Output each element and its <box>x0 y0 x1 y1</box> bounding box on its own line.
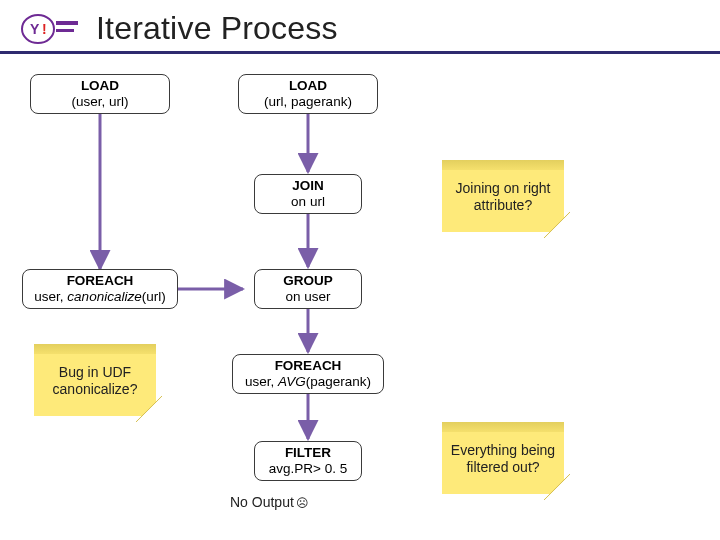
sticky-filtered-out: Everything being filtered out? <box>442 424 564 494</box>
node-sub: user, AVG(pagerank) <box>245 374 371 390</box>
page-title: Iterative Process <box>96 10 338 47</box>
node-sub: avg.PR> 0. 5 <box>269 461 347 477</box>
svg-text:!: ! <box>42 21 47 37</box>
node-foreach-canonicalize: FOREACH user, canonicalize(url) <box>22 269 178 309</box>
node-load-user-url: LOAD (user, url) <box>30 74 170 114</box>
node-title: FILTER <box>285 445 331 461</box>
node-title: LOAD <box>81 78 119 94</box>
node-sub: on user <box>285 289 330 305</box>
sticky-udf-bug: Bug in UDF canonicalize? <box>34 346 156 416</box>
node-filter: FILTER avg.PR> 0. 5 <box>254 441 362 481</box>
node-sub: (user, url) <box>71 94 128 110</box>
node-load-url-pagerank: LOAD (url, pagerank) <box>238 74 378 114</box>
diagram-canvas: LOAD (user, url) LOAD (url, pagerank) JO… <box>0 54 720 524</box>
svg-text:Y: Y <box>30 21 40 37</box>
node-foreach-avg: FOREACH user, AVG(pagerank) <box>232 354 384 394</box>
node-join: JOIN on url <box>254 174 362 214</box>
node-sub: on url <box>291 194 325 210</box>
node-title: GROUP <box>283 273 333 289</box>
sticky-join-attribute: Joining on right attribute? <box>442 162 564 232</box>
node-sub: (url, pagerank) <box>264 94 352 110</box>
sad-face-icon: ☹ <box>296 496 309 510</box>
node-sub: user, canonicalize(url) <box>34 289 165 305</box>
node-title: FOREACH <box>275 358 342 374</box>
node-title: JOIN <box>292 178 324 194</box>
node-group: GROUP on user <box>254 269 362 309</box>
no-output-label: No Output☹ <box>230 494 309 510</box>
yahoo-logo: Y ! <box>20 11 84 47</box>
node-title: FOREACH <box>67 273 134 289</box>
slide-header: Y ! Iterative Process <box>0 0 720 54</box>
node-title: LOAD <box>289 78 327 94</box>
